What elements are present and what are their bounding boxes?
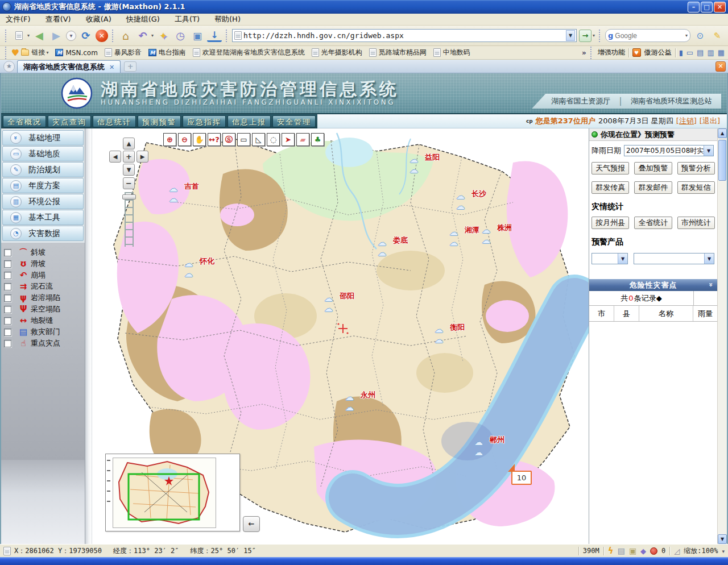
layer-checkbox[interactable] — [4, 329, 11, 336]
layer-checkbox[interactable] — [4, 340, 11, 347]
highlight-icon[interactable] — [710, 28, 725, 43]
resize-icon[interactable] — [674, 547, 680, 555]
link-item[interactable]: MMSN.com — [55, 49, 97, 57]
address-input[interactable] — [243, 31, 564, 40]
download-icon[interactable] — [207, 30, 222, 42]
back-icon[interactable] — [32, 28, 47, 43]
nav-tab-安全管理[interactable]: 安全管理 — [272, 115, 316, 127]
panel-splitter[interactable] — [85, 128, 92, 544]
refresh-icon[interactable] — [78, 28, 93, 43]
product-select-2[interactable] — [634, 253, 714, 264]
zoom-out-tool-icon[interactable]: ⊖ — [178, 133, 191, 146]
measure-tool-icon[interactable]: ↔? — [208, 133, 221, 146]
new-tab-button[interactable] — [124, 61, 136, 72]
forecast-button[interactable]: 预警分析 — [677, 162, 715, 175]
undo-icon[interactable] — [135, 28, 150, 43]
nav-tab-信息上报[interactable]: 信息上报 — [228, 115, 271, 127]
pan-left-icon[interactable] — [109, 151, 121, 163]
home-icon[interactable] — [118, 28, 133, 43]
polygon-select-tool-icon[interactable]: ◺ — [252, 133, 265, 146]
product-select-1[interactable] — [592, 253, 628, 264]
tab-close-icon[interactable] — [109, 63, 114, 71]
tab-active[interactable]: 湖南省地质灾害信息系统 — [17, 60, 121, 73]
links-overflow-icon[interactable]: » — [582, 49, 586, 57]
pan-up-icon[interactable] — [123, 138, 135, 149]
sidebar-section-button[interactable]: ✎防治规划 — [2, 162, 84, 177]
favorites-heart-icon[interactable] — [11, 48, 19, 58]
overview-collapse-icon[interactable] — [243, 516, 260, 532]
stats-button[interactable]: 全省统计 — [634, 217, 672, 229]
send-button[interactable]: 群发邮件 — [634, 181, 672, 194]
rect-select-tool-icon[interactable]: ▭ — [237, 133, 250, 146]
layer-checkbox[interactable] — [4, 249, 11, 256]
zoom-in-icon[interactable] — [123, 151, 135, 163]
scale-tool-icon[interactable]: Ⓢ — [222, 133, 235, 146]
scroll-up-icon[interactable] — [718, 128, 727, 138]
minimize-button[interactable] — [688, 2, 700, 13]
link-item[interactable]: 链接▾ — [21, 48, 48, 57]
layer-checkbox[interactable] — [4, 294, 11, 302]
menu-item[interactable]: 帮助(H) — [214, 14, 241, 24]
zoom-slider[interactable] — [125, 192, 134, 247]
layer-checkbox[interactable] — [4, 260, 11, 268]
windows-taskbar[interactable] — [0, 557, 728, 565]
maximize-button[interactable] — [701, 2, 713, 13]
overview-map[interactable] — [113, 458, 216, 528]
pan-right-icon[interactable] — [136, 151, 148, 163]
search-icon[interactable] — [693, 28, 708, 43]
printer-icon[interactable] — [618, 546, 625, 555]
full-extent-tool-icon[interactable]: ♣ — [311, 133, 324, 146]
undo-dropdown-icon[interactable]: ▾ — [151, 33, 154, 38]
close-all-tabs-icon[interactable] — [715, 61, 726, 72]
link-item[interactable]: 光年摄影机构 — [312, 48, 362, 57]
nav-tab-预测预警[interactable]: 预测预警 — [138, 115, 181, 127]
boost-icon[interactable] — [608, 546, 614, 556]
favorites-star-icon[interactable] — [3, 61, 15, 72]
layer-checkbox[interactable] — [4, 283, 11, 290]
messenger-icon[interactable]: ▮ — [679, 48, 683, 57]
go-dropdown-icon[interactable]: ▾ — [593, 33, 595, 38]
screen-capture-icon[interactable] — [190, 28, 205, 43]
send-button[interactable]: 群发短信 — [677, 181, 715, 194]
window-icon[interactable]: ▭ — [686, 48, 693, 57]
layer-checkbox[interactable] — [4, 317, 11, 325]
link-item[interactable]: 中地数码 — [433, 48, 470, 57]
circle-select-tool-icon[interactable]: ◌ — [267, 133, 280, 146]
history-dropdown-icon[interactable] — [66, 31, 76, 41]
danger-list-header[interactable]: 危险性灾害点 » — [589, 279, 717, 291]
nav-tab-灾点查询[interactable]: 灾点查询 — [48, 115, 91, 127]
collapse-chevron-icon[interactable]: » — [705, 282, 717, 288]
new-window-icon[interactable] — [629, 546, 636, 555]
link-item[interactable]: 暴风影音 — [105, 48, 142, 57]
nav-tab-信息统计[interactable]: 信息统计 — [93, 115, 136, 127]
new-page-dropdown-icon[interactable]: ▾ — [27, 33, 30, 38]
vertical-scrollbar[interactable] — [717, 128, 727, 544]
forecast-button[interactable]: 叠加预警 — [634, 162, 672, 175]
sidebar-section-button[interactable]: ▦基本工具 — [2, 210, 84, 225]
link-item[interactable]: 觅路城市精品网 — [369, 48, 427, 57]
zoom-level[interactable]: 缩放:100% — [684, 546, 718, 556]
scroll-down-icon[interactable] — [718, 534, 727, 544]
sidebar-section-button[interactable]: »基础地理 — [2, 130, 84, 146]
scrollbar-thumb[interactable] — [718, 140, 726, 181]
point-select-tool-icon[interactable]: ➤ — [282, 133, 295, 146]
sidebar-section-button[interactable]: ▭基础地质 — [2, 146, 84, 161]
search-input[interactable] — [615, 32, 685, 40]
scrollbar-track[interactable] — [718, 182, 727, 534]
stop-icon[interactable] — [96, 30, 108, 42]
menu-item[interactable]: 工具(T) — [175, 14, 200, 24]
org-link-1[interactable]: 湖南省国土资源厅 — [551, 96, 610, 106]
zoom-in-tool-icon[interactable]: ⊕ — [163, 133, 176, 146]
menu-item[interactable]: 快捷组(G) — [126, 14, 160, 24]
charity-label[interactable]: 傲游公益 — [644, 48, 672, 57]
menu-item[interactable]: 收藏(A) — [86, 14, 111, 24]
dropdown-arrow-icon[interactable] — [618, 254, 627, 264]
send-button[interactable]: 群发传真 — [592, 181, 629, 194]
address-dropdown-icon[interactable]: ▼ — [566, 30, 575, 41]
dropdown-arrow-icon[interactable] — [704, 254, 714, 264]
notes-icon[interactable]: ▤ — [697, 48, 704, 57]
layer-checkbox[interactable] — [4, 272, 11, 279]
stats-button[interactable]: 按月州县 — [592, 217, 629, 229]
nav-tab-应急指挥[interactable]: 应急指挥 — [183, 115, 226, 127]
menu-item[interactable]: 查看(V) — [46, 14, 71, 24]
